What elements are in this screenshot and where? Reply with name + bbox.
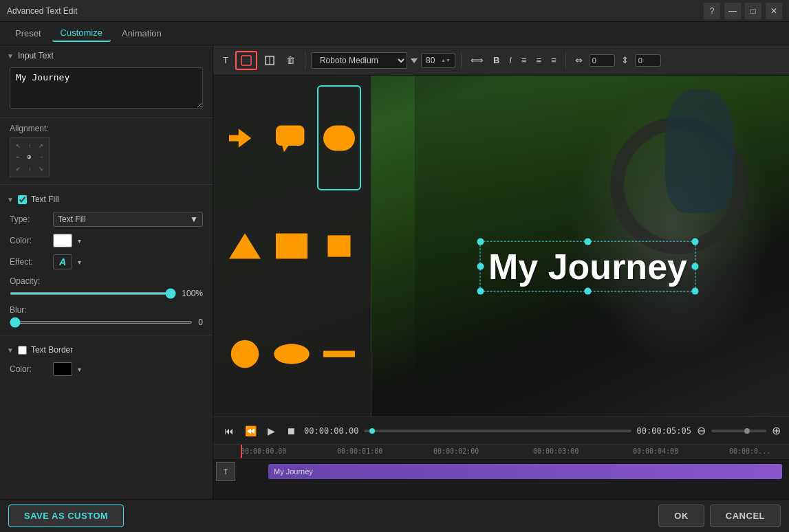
text-fill-checkbox[interactable]: [18, 195, 27, 204]
toolbar-sep-2: [461, 52, 462, 69]
shape-triangle[interactable]: [224, 195, 266, 297]
font-dropdown-arrow-icon: [410, 55, 418, 66]
align-center-button[interactable]: ≡: [533, 53, 545, 67]
time-mark-5: 00:00:0...: [729, 447, 770, 455]
border-color-arrow[interactable]: ▾: [78, 366, 81, 373]
shape-ellipse[interactable]: [271, 303, 312, 406]
shape-rounded-square[interactable]: [318, 87, 360, 189]
rewind-button[interactable]: ⏮: [221, 423, 237, 439]
track-bar[interactable]: My Journey: [268, 464, 782, 479]
align-right-button[interactable]: ≡: [548, 53, 560, 67]
handle-bottom-right[interactable]: [692, 288, 699, 295]
handle-middle-left[interactable]: [477, 263, 484, 270]
save-custom-button[interactable]: SAVE AS CUSTOM: [8, 505, 124, 527]
effect-arrow[interactable]: ▾: [78, 258, 81, 266]
opacity-slider[interactable]: [10, 292, 176, 295]
opacity-slider-row: 100%: [10, 289, 203, 298]
canvas-area: My Journey: [213, 76, 789, 417]
align-middle-right[interactable]: →: [36, 153, 46, 163]
text-selection-box[interactable]: My Journey: [479, 241, 696, 292]
shape-speech-bubble[interactable]: [271, 87, 312, 189]
font-size-spinners[interactable]: ▲▼: [441, 58, 451, 63]
align-bottom-center[interactable]: ↓: [25, 164, 35, 174]
shape-arrow[interactable]: [224, 87, 266, 189]
play-button[interactable]: ▶: [265, 423, 278, 439]
handle-top-left[interactable]: [477, 239, 484, 245]
font-dropdown[interactable]: Roboto Medium: [311, 52, 407, 69]
shape-square[interactable]: [271, 195, 312, 297]
time-end: 00:00:05:05: [637, 426, 691, 436]
right-panel: T 🗑 Roboto Medium 80 ▲▼ ⟺ B I ≡ ≡: [213, 45, 789, 499]
bold-button[interactable]: B: [490, 53, 503, 67]
prev-frame-button[interactable]: ⏪: [242, 423, 259, 439]
maximize-button[interactable]: □: [745, 3, 761, 19]
shape-small-square[interactable]: [318, 195, 360, 297]
toolbar-sep-3: [565, 52, 566, 69]
transform-tool-button[interactable]: [260, 52, 279, 69]
align-bottom-left[interactable]: ↙: [13, 164, 23, 174]
italic-button[interactable]: I: [506, 53, 515, 67]
border-color-swatch[interactable]: [53, 362, 72, 376]
progress-bar[interactable]: [364, 430, 631, 432]
text-fill-chevron[interactable]: ▼: [7, 196, 14, 203]
close-button[interactable]: ✕: [766, 3, 782, 19]
svg-rect-0: [241, 56, 251, 65]
tab-preset[interactable]: Preset: [7, 25, 50, 41]
timeline-ruler: 00:00:00.00 00:00:01:00 00:00:02:00 00:0…: [213, 445, 789, 458]
input-text-header[interactable]: ▼ Input Text: [0, 45, 213, 65]
align-left-button[interactable]: ≡: [518, 53, 530, 67]
zoom-slider[interactable]: [711, 430, 766, 432]
bottom-bar: SAVE AS CUSTOM OK CANCEL: [0, 499, 789, 532]
handle-bottom-left[interactable]: [477, 288, 484, 295]
zoom-out-button[interactable]: ⊖: [697, 424, 706, 437]
align-middle-center[interactable]: ⊕: [25, 153, 35, 163]
effect-button[interactable]: A: [53, 254, 72, 269]
minimize-button[interactable]: —: [724, 3, 741, 19]
cancel-button[interactable]: CANCEL: [710, 505, 781, 527]
type-dropdown[interactable]: Text Fill ▼: [53, 212, 203, 227]
color-arrow[interactable]: ▾: [78, 237, 81, 245]
text-spacing-icon-button[interactable]: ⟺: [467, 53, 487, 67]
text-border-checkbox[interactable]: [18, 346, 27, 355]
alignment-label: Alignment:: [10, 124, 203, 133]
align-top-center[interactable]: ↑: [25, 141, 35, 151]
time-mark-4: 00:00:04:00: [633, 447, 678, 455]
text-border-label: Text Border: [31, 345, 73, 355]
align-top-left[interactable]: ↖: [13, 141, 23, 151]
stop-button[interactable]: ⏹: [283, 423, 299, 439]
zoom-in-button[interactable]: ⊕: [772, 424, 781, 437]
tab-customize[interactable]: Customize: [52, 25, 111, 42]
progress-handle[interactable]: [369, 428, 375, 434]
input-text-section: ▼ Input Text My Journey: [0, 45, 213, 118]
align-bottom-right[interactable]: ↘: [36, 164, 46, 174]
line-spacing-input[interactable]: [635, 54, 661, 67]
font-size-box[interactable]: 80 ▲▼: [421, 53, 455, 68]
help-button[interactable]: ?: [704, 3, 720, 19]
char-spacing-button[interactable]: ⇔: [572, 53, 586, 67]
track-type-icon: T: [216, 462, 235, 481]
line-spacing-button[interactable]: ⇕: [618, 53, 632, 67]
text-input[interactable]: My Journey: [10, 67, 203, 109]
svg-rect-6: [323, 125, 355, 151]
opacity-row: Opacity: 100%: [0, 273, 213, 302]
shape-line[interactable]: [318, 303, 360, 406]
shape-tool-button[interactable]: [235, 51, 257, 70]
align-middle-left[interactable]: ←: [13, 153, 23, 163]
color-swatch[interactable]: [53, 234, 72, 247]
blur-slider[interactable]: [10, 321, 193, 324]
type-label: Type:: [10, 214, 47, 224]
zoom-handle[interactable]: [744, 428, 750, 434]
ok-button[interactable]: OK: [658, 505, 704, 527]
char-spacing-input[interactable]: [589, 54, 615, 67]
tab-animation[interactable]: Animation: [114, 25, 170, 41]
align-top-right[interactable]: ↗: [36, 141, 46, 151]
handle-top-right[interactable]: [692, 239, 699, 245]
text-border-chevron[interactable]: ▼: [7, 346, 14, 354]
shape-circle[interactable]: [224, 303, 266, 406]
svg-rect-12: [323, 351, 355, 357]
delete-tool-button[interactable]: 🗑: [282, 52, 299, 68]
text-tool-button[interactable]: T: [219, 52, 233, 68]
handle-middle-right[interactable]: [692, 263, 699, 270]
handle-top-middle[interactable]: [584, 239, 591, 245]
text-border-section: ▼ Text Border Color: ▾: [0, 335, 213, 384]
